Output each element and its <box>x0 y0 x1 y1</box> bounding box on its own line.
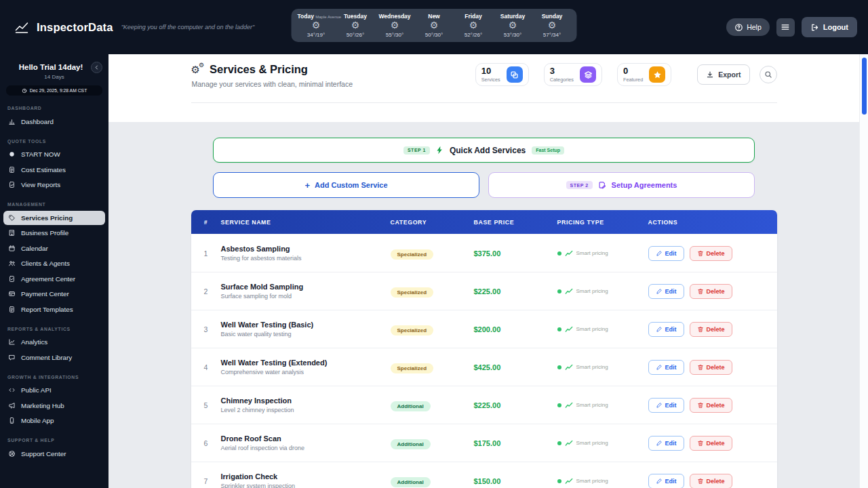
edit-label: Edit <box>665 364 677 371</box>
export-button[interactable]: Export <box>697 64 749 85</box>
weather-temps: 55°/30° <box>376 32 414 38</box>
pricing-type: Smart pricing <box>557 440 648 447</box>
sidebar-item-label: Comment Library <box>21 354 72 361</box>
edit-button[interactable]: Edit <box>648 284 684 299</box>
stat-value: 0 <box>623 66 643 77</box>
scrollbar-thumb[interactable] <box>862 58 867 115</box>
weather-day-saturday: Saturday⚙53°/30° <box>494 13 532 38</box>
service-description: Testing for asbestos materials <box>221 255 391 262</box>
sidebar-item-report-templates[interactable]: Report Templates <box>3 302 105 317</box>
service-name: Drone Roof Scan <box>221 434 391 443</box>
category-badge: Specialized <box>391 287 434 298</box>
sidebar-item-calendar[interactable]: Calendar <box>3 241 105 256</box>
sidebar-item-start-now[interactable]: START NOW <box>3 147 105 161</box>
quick-add-services-card[interactable]: STEP 1 Quick Add Services Fast Setup <box>213 138 755 163</box>
edit-button[interactable]: Edit <box>648 436 684 451</box>
column-base-price: BASE PRICE <box>474 219 557 226</box>
delete-button[interactable]: Delete <box>690 246 732 261</box>
sidebar-item-label: Support Center <box>21 450 66 458</box>
setup-agreements-label: Setup Agreements <box>612 181 677 189</box>
delete-button[interactable]: Delete <box>690 436 732 451</box>
stats-group: 10Services3Categories0Featured <box>475 63 672 86</box>
edit-button[interactable]: Edit <box>648 322 684 337</box>
delete-button[interactable]: Delete <box>690 360 732 375</box>
sidebar-item-mobile-app[interactable]: Mobile App <box>3 413 105 428</box>
edit-button[interactable]: Edit <box>648 246 684 261</box>
sidebar-item-label: Dashboard <box>21 118 54 125</box>
weather-day-label: New <box>416 13 453 20</box>
sidebar-collapse-button[interactable] <box>91 62 102 73</box>
doc-icon <box>8 306 16 313</box>
stat-card-categories: 3Categories <box>544 63 602 86</box>
sidebar-item-label: Marketing Hub <box>21 402 64 409</box>
pencil-icon <box>656 326 663 333</box>
step2-badge: STEP 2 <box>566 181 593 189</box>
brand: InspectorData "Keeping you off the compu… <box>14 0 254 54</box>
delete-button[interactable]: Delete <box>690 284 732 299</box>
row-number: 2 <box>191 287 221 296</box>
row-number: 1 <box>191 249 221 258</box>
column-actions: ACTIONS <box>648 219 777 226</box>
delete-button[interactable]: Delete <box>690 474 732 488</box>
sidebar-section-support-help: SUPPORT & HELPSupport Center <box>0 432 108 461</box>
weather-day-new: New⚙50°/30° <box>416 13 453 38</box>
add-custom-service-button[interactable]: + Add Custom Service <box>213 172 479 198</box>
pricing-type: Smart pricing <box>557 364 648 371</box>
weather-day-tuesday: Tuesday⚙50°/26° <box>337 13 374 38</box>
trash-icon <box>697 440 704 447</box>
sun-gear-icon: ⚙ <box>494 20 532 32</box>
sidebar-item-services-pricing[interactable]: Services Pricing <box>3 211 105 225</box>
sidebar-item-public-api[interactable]: Public API <box>3 383 105 397</box>
stat-card-services: 10Services <box>475 63 529 86</box>
weather-day-label: Tuesday <box>337 13 374 20</box>
pricing-type-label: Smart pricing <box>576 364 608 370</box>
stat-label: Featured <box>623 77 643 83</box>
logout-button[interactable]: Logout <box>802 17 857 37</box>
base-price: $150.00 <box>474 477 557 485</box>
sidebar-item-dashboard[interactable]: Dashboard <box>3 115 105 129</box>
trend-line-icon <box>565 288 573 295</box>
sidebar-item-clients-agents[interactable]: Clients & Agents <box>3 256 105 270</box>
base-price: $375.00 <box>474 249 557 258</box>
sidebar-item-business-profile[interactable]: Business Profile <box>3 226 105 240</box>
delete-button[interactable]: Delete <box>690 398 732 413</box>
sidebar-item-marketing-hub[interactable]: Marketing Hub <box>3 399 105 413</box>
category-badge: Specialized <box>391 249 434 260</box>
column-number: # <box>191 219 221 226</box>
delete-button[interactable]: Delete <box>690 322 732 337</box>
edit-button[interactable]: Edit <box>648 474 684 488</box>
menu-button[interactable] <box>776 18 795 37</box>
scrollbar[interactable] <box>859 54 868 488</box>
pencil-icon <box>656 288 663 295</box>
sidebar-item-label: Agreement Center <box>21 275 75 283</box>
pricing-type-label: Smart pricing <box>576 402 608 408</box>
setup-agreements-button[interactable]: STEP 2 Setup Agreements <box>488 172 755 198</box>
tag-icon <box>8 214 16 222</box>
trend-line-icon <box>565 326 573 333</box>
delete-label: Delete <box>707 288 725 295</box>
sidebar-item-label: Cost Estimates <box>21 166 66 174</box>
trend-line-icon <box>565 250 573 257</box>
help-button[interactable]: Help <box>726 18 770 36</box>
sidebar-item-analytics[interactable]: Analytics <box>3 335 105 349</box>
trash-icon <box>697 288 704 295</box>
status-dot-icon <box>557 365 561 369</box>
row-number: 7 <box>191 477 221 485</box>
edit-button[interactable]: Edit <box>648 360 684 375</box>
search-icon <box>764 70 772 79</box>
sidebar-item-view-reports[interactable]: View Reports <box>3 178 105 192</box>
brand-tagline: "Keeping you off the computer and on the… <box>121 24 255 30</box>
sidebar-item-agreement-center[interactable]: Agreement Center <box>3 272 105 286</box>
trend-line-icon <box>565 478 573 485</box>
sidebar-item-comment-library[interactable]: Comment Library <box>3 350 105 365</box>
sidebar-item-payment-center[interactable]: Payment Center <box>3 287 105 301</box>
sidebar-item-cost-estimates[interactable]: Cost Estimates <box>3 163 105 177</box>
megaphone-icon <box>8 402 16 409</box>
sidebar-item-support-center[interactable]: Support Center <box>3 447 105 461</box>
edit-label: Edit <box>665 288 677 295</box>
service-name: Chimney Inspection <box>221 396 391 405</box>
edit-button[interactable]: Edit <box>648 398 684 413</box>
weather-day-friday: Friday⚙52°/26° <box>455 13 492 38</box>
trial-days-left: 14 Days <box>6 74 102 80</box>
search-button[interactable] <box>760 66 777 83</box>
